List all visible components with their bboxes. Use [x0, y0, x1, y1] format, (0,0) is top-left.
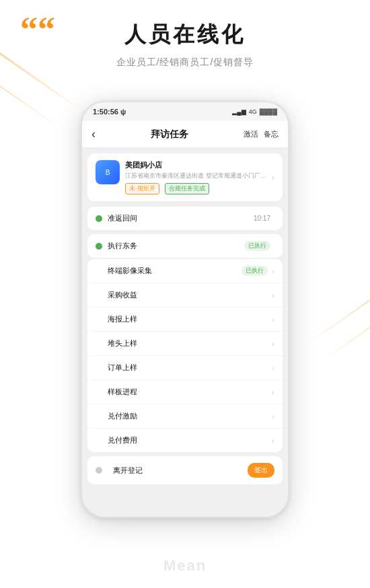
sub-label-2: 海报上样: [108, 314, 272, 324]
row-label-1: 准返回间: [108, 213, 254, 223]
row-value-1: 10:17: [254, 215, 270, 222]
sub-label-4: 订单上样: [108, 363, 272, 373]
sub-title: 企业员工/经销商员工/促销督导: [0, 57, 370, 69]
dot-gray-bottom: [96, 467, 102, 474]
sub-label-5: 样板进程: [108, 387, 272, 397]
main-title: 人员在线化: [0, 20, 370, 50]
nav-title: 拜访任务: [151, 128, 188, 141]
avatar: B: [96, 160, 120, 184]
row-badge-2: 已执行: [244, 241, 270, 251]
list-item[interactable]: 订单上样 ›: [87, 356, 283, 380]
tag1: 未·规矩开: [125, 183, 159, 194]
sub-badge-0: 已执行: [242, 266, 268, 276]
list-item[interactable]: 兑付费用 ›: [87, 429, 283, 452]
sub-label-3: 堆头上样: [108, 338, 272, 348]
section-2: 执行东务 已执行: [87, 234, 283, 258]
sub-arrow-3: ›: [272, 340, 274, 348]
phone-frame: 1:50:56 ψ ▂▄▆ 4G ▓▓▓▓ ‹ 拜访任务 激活 备忘 B: [81, 101, 289, 518]
shop-name: 美团妈小店: [125, 160, 266, 170]
header-section: 人员在线化 企业员工/经销商员工/促销督导: [0, 20, 370, 69]
list-item[interactable]: 堆头上样 ›: [87, 332, 283, 356]
battery-icon: ▓▓▓▓: [260, 108, 277, 115]
list-item[interactable]: 兑付激励 ›: [87, 404, 283, 429]
sub-arrow-2: ›: [272, 316, 274, 324]
row-label-2: 执行东务: [108, 241, 244, 251]
list-item[interactable]: 终端影像采集 已执行 ›: [87, 259, 283, 283]
section-row-1[interactable]: 准返回间 10:17: [87, 207, 283, 230]
card-arrow: ›: [272, 173, 274, 182]
sub-arrow-5: ›: [272, 388, 274, 396]
mean-text: Mean: [0, 557, 370, 575]
message-meta: 未·规矩开 合规任务完成: [125, 183, 266, 194]
sub-label-1: 采购收益: [108, 290, 272, 300]
status-time: 1:50:56 ψ: [93, 108, 126, 116]
sub-arrow-0: ›: [272, 267, 274, 275]
list-item[interactable]: 采购收益 ›: [87, 283, 283, 307]
list-item[interactable]: 海报上样 ›: [87, 307, 283, 332]
network-label: 4G: [249, 108, 257, 115]
phone-mockup: 1:50:56 ψ ▂▄▆ 4G ▓▓▓▓ ‹ 拜访任务 激活 备忘 B: [81, 101, 289, 518]
nav-bar: ‹ 拜访任务 激活 备忘: [82, 121, 288, 148]
status-bar: 1:50:56 ψ ▂▄▆ 4G ▓▓▓▓: [82, 102, 288, 121]
list-item[interactable]: 样板进程 ›: [87, 380, 283, 404]
sub-arrow-7: ›: [272, 437, 274, 445]
message-card[interactable]: B 美团妈小店 江苏省南京市秦淮区通达街道 登记常规通道小门厂接... 未·规矩…: [87, 153, 283, 201]
bottom-section: 离开登记 签出: [87, 456, 283, 484]
nav-actions: 激活 备忘: [244, 129, 279, 139]
sub-label-6: 兑付激励: [108, 411, 272, 421]
bottom-label: 离开登记: [113, 466, 242, 476]
sub-arrow-1: ›: [272, 291, 274, 299]
tag2: 合规任务完成: [165, 183, 209, 194]
sub-arrow-4: ›: [272, 364, 274, 372]
sub-label-7: 兑付费用: [108, 435, 272, 445]
back-button[interactable]: ‹: [91, 127, 96, 141]
section-row-2[interactable]: 执行东务 已执行: [87, 234, 283, 258]
sub-items-list: 终端影像采集 已执行 › 采购收益 › 海报上样 › 堆头上样 ›: [87, 259, 283, 452]
section-1: 准返回间 10:17: [87, 207, 283, 230]
checkout-button[interactable]: 签出: [248, 463, 274, 478]
nav-action1[interactable]: 激活: [244, 129, 258, 139]
nav-action2[interactable]: 备忘: [264, 129, 279, 139]
signal-icon: ▂▄▆: [232, 108, 246, 115]
dot-green-2: [96, 243, 102, 250]
message-content: 美团妈小店 江苏省南京市秦淮区通达街道 登记常规通道小门厂接... 未·规矩开 …: [125, 160, 266, 194]
sub-label-0: 终端影像采集: [108, 266, 242, 276]
dot-green-1: [96, 215, 102, 222]
sub-arrow-6: ›: [272, 412, 274, 420]
content-area[interactable]: B 美团妈小店 江苏省南京市秦淮区通达街道 登记常规通道小门厂接... 未·规矩…: [82, 148, 288, 518]
shop-desc: 江苏省南京市秦淮区通达街道 登记常规通道小门厂接...: [125, 172, 266, 180]
status-icons: ▂▄▆ 4G ▓▓▓▓: [232, 108, 277, 115]
avatar-text: B: [106, 169, 110, 176]
